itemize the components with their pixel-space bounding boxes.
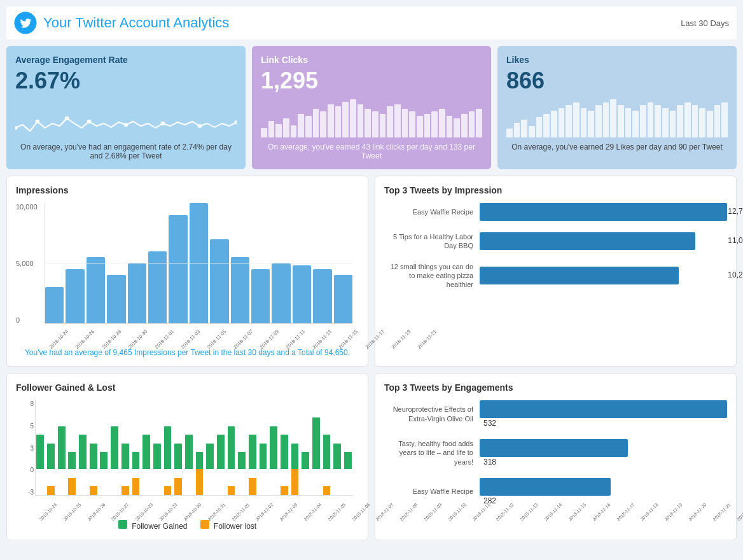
follower-column	[195, 400, 204, 495]
header-left: Your Twitter Account Analytics	[14, 11, 229, 34]
follower-column	[110, 400, 120, 495]
bottom-row: Follower Gained & Lost 8 5 3 0 -3 2018-1…	[6, 373, 737, 540]
impression-bar	[45, 287, 64, 323]
engagement-value: 2.67%	[15, 67, 237, 94]
impression-bar	[148, 251, 167, 323]
tweet-impression-row: 12 small things you can do to make eatin…	[384, 262, 727, 290]
gained-dot	[118, 520, 127, 529]
middle-row: Impressions 10,000 5,000 0 2018-10-24201…	[6, 176, 737, 367]
engagement-card: Average Engagement Rate 2.67% On average…	[6, 46, 246, 169]
follower-column	[67, 400, 77, 495]
impression-bar	[210, 239, 228, 323]
impression-bar	[66, 269, 84, 323]
engagement-chart	[15, 99, 237, 137]
impressions-x-axis: 2018-10-242018-10-262018-10-282018-10-30…	[45, 337, 352, 343]
engagement-desc: On average, you've had an engagement rat…	[15, 143, 237, 160]
header: Your Twitter Account Analytics Last 30 D…	[6, 6, 737, 39]
impression-bar	[293, 265, 311, 323]
period-label: Last 30 Days	[681, 18, 729, 28]
follower-column	[301, 400, 310, 495]
impression-bar	[190, 203, 208, 323]
svg-point-6	[161, 122, 165, 125]
top-engagements-chart: Neuroprotective Effects of Extra-Virgin …	[384, 400, 727, 505]
impression-bar	[128, 263, 146, 324]
impression-bar	[251, 269, 270, 323]
y-label-5000: 5,000	[16, 260, 41, 267]
follower-column	[343, 400, 352, 495]
line-chart-svg	[15, 99, 237, 137]
likes-card: Likes 866 On average, you've earned 29 L…	[497, 46, 737, 169]
follower-column	[216, 400, 225, 495]
link-clicks-chart	[261, 99, 482, 137]
follower-column	[120, 400, 130, 495]
y-label-10000: 10,000	[16, 203, 41, 211]
twitter-icon	[14, 11, 37, 34]
impression-bar	[87, 257, 105, 323]
top-engagements-title: Top 3 Tweets by Engagements	[384, 382, 727, 393]
likes-value: 866	[506, 67, 728, 94]
follower-legend: Follower Gained Follower lost	[16, 520, 359, 531]
follower-title: Follower Gained & Lost	[16, 382, 359, 393]
follower-column	[57, 400, 66, 495]
follower-column	[226, 400, 236, 495]
top-impressions-title: Top 3 Tweets by Impression	[384, 185, 727, 195]
follower-column	[279, 400, 289, 495]
follower-column	[333, 400, 342, 495]
svg-point-4	[87, 120, 92, 123]
follower-column	[152, 400, 162, 495]
gained-legend: Follower Gained	[118, 520, 188, 531]
follower-column	[78, 400, 88, 495]
likes-chart	[506, 99, 728, 137]
follower-column	[46, 400, 56, 495]
impressions-y-axis: 10,000 5,000 0	[16, 203, 41, 324]
follower-column	[237, 400, 247, 495]
link-clicks-desc: On average, you've earned 43 link clicks…	[261, 143, 482, 160]
impressions-footer: You've had an average of 9,465 Impressio…	[16, 348, 359, 357]
tweet-engagement-row: Neuroprotective Effects of Extra-Virgin …	[384, 400, 727, 428]
impressions-chart: 10,000 5,000 0 2018-10-242018-10-262018-…	[16, 203, 359, 343]
link-clicks-value: 1,295	[261, 67, 482, 94]
impressions-title: Impressions	[16, 185, 359, 195]
follower-column	[269, 400, 279, 495]
tweet-engagement-row: Tasty, healthy food adds years to life –…	[384, 439, 727, 466]
link-clicks-card: Link Clicks 1,295 On average, you've ear…	[252, 46, 491, 169]
follower-y-axis: 8 5 3 0 -3	[16, 400, 34, 496]
tweet-engagement-row: Easy Waffle Recipe282	[384, 478, 727, 505]
follower-column	[184, 400, 193, 495]
follower-column	[163, 400, 172, 495]
top-cards: Average Engagement Rate 2.67% On average…	[6, 46, 737, 169]
follower-panel: Follower Gained & Lost 8 5 3 0 -3 2018-1…	[6, 373, 368, 540]
tweet-impression-row: Easy Waffle Recipe12,702	[384, 203, 727, 221]
follower-column	[36, 400, 45, 495]
impression-bar	[169, 215, 187, 323]
page-title: Your Twitter Account Analytics	[43, 15, 229, 31]
follower-column	[258, 400, 268, 495]
impressions-bars	[45, 203, 352, 324]
follower-bars	[35, 400, 352, 496]
follower-column	[88, 400, 98, 495]
y-label-0: 0	[16, 316, 41, 324]
follower-x-axis: 2018-10-242018-10-252018-10-262018-10-27…	[35, 510, 352, 515]
follower-column	[290, 400, 300, 495]
follower-chart: 8 5 3 0 -3 2018-10-242018-10-252018-10-2…	[16, 400, 359, 515]
impression-bar	[107, 275, 125, 323]
follower-column	[174, 400, 183, 495]
impression-bar	[334, 275, 352, 323]
top-impressions-chart: Easy Waffle Recipe12,7025 Tips for a Hea…	[384, 203, 727, 289]
link-clicks-label: Link Clicks	[261, 55, 482, 65]
svg-point-3	[65, 116, 69, 120]
follower-column	[247, 400, 257, 495]
lost-legend: Follower lost	[200, 520, 257, 531]
follower-column	[205, 400, 215, 495]
likes-label: Likes	[506, 55, 728, 65]
svg-point-7	[198, 124, 202, 128]
follower-column	[131, 400, 141, 495]
impression-bar	[313, 269, 331, 323]
follower-column	[99, 400, 109, 495]
follower-column	[322, 400, 331, 495]
impression-bar	[272, 263, 290, 324]
lost-dot	[200, 520, 209, 529]
tweet-impression-row: 5 Tips for a Healthy Labor Day BBQ11,085	[384, 232, 727, 251]
follower-column	[311, 400, 321, 495]
engagement-label: Average Engagement Rate	[15, 55, 237, 65]
